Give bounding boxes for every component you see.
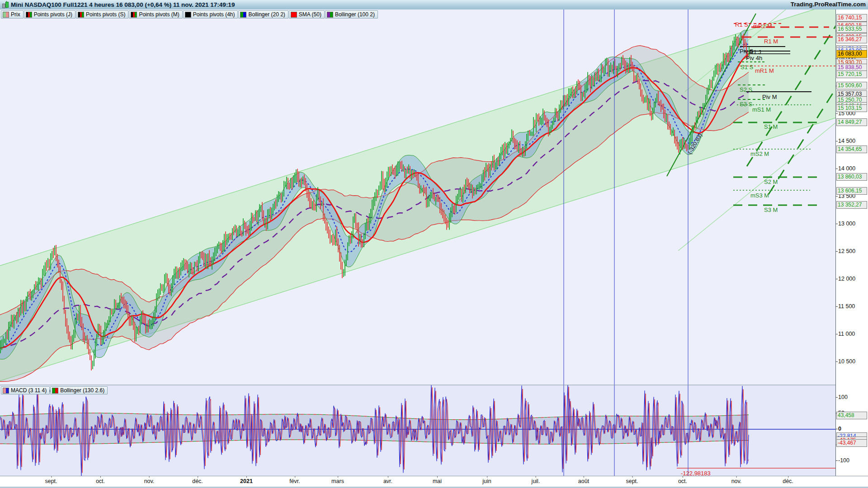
macd-label-chip: 43,458	[836, 412, 867, 419]
pivot-label-s1-m: S1 M	[764, 123, 778, 130]
price-label-chip: 16 740,15	[836, 14, 867, 22]
series-color-icon	[185, 12, 191, 18]
pivot-label-r1-m: R1 M	[764, 38, 778, 45]
month-label-oct: oct.	[96, 478, 105, 484]
pivot-label-s1-s: S1 S	[741, 64, 753, 70]
chart-area[interactable]: PrixPoints pivots (J)Points pivots (S)Po…	[0, 9, 835, 476]
pivot-label-s2-m: S2 M	[764, 178, 778, 185]
month-label-dc: déc.	[192, 478, 203, 484]
month-label-avr: avr.	[383, 478, 392, 484]
price-tick: 11 500	[838, 303, 855, 310]
legend-bollinger-20-2-[interactable]: Bollinger (20 2)	[238, 10, 288, 19]
legend-prix[interactable]: Prix	[1, 10, 24, 19]
legend-label: Points pivots (S)	[86, 11, 125, 18]
price-label-chip: 16 533,55	[836, 25, 867, 33]
legend-label: Prix	[11, 11, 20, 18]
price-tick: 10 500	[838, 358, 855, 365]
legend-points-pivots-s-[interactable]: Points pivots (S)	[76, 10, 128, 19]
price-label-chip: 16 083,00	[836, 50, 867, 58]
month-label-mars: mars	[331, 478, 344, 484]
price-label-chip: 15 720,15	[836, 70, 867, 78]
series-color-icon	[78, 12, 84, 18]
price-label-chip: 13 860,03	[836, 173, 867, 181]
pivot-label-s2-s: S2 S	[740, 86, 752, 93]
price-tick: 11 000	[838, 331, 855, 337]
series-color-icon	[240, 12, 246, 18]
price-label-chip: 13 352,27	[836, 201, 867, 209]
title-bar: Mini NASDAQ100 Full1221 4 heures 16 083,…	[0, 0, 868, 10]
legend-label: Bollinger (100 2)	[335, 11, 375, 18]
macd-tick: 100	[838, 394, 848, 400]
legend-label: SMA (50)	[299, 11, 321, 18]
price-label-chip: 15 103,15	[836, 104, 867, 112]
series-color-icon	[52, 388, 58, 394]
legend-sma-50-[interactable]: SMA (50)	[289, 10, 325, 19]
month-label-2021: 2021	[240, 478, 253, 484]
legend-label: Points pivots (M)	[139, 11, 179, 18]
candlestick-chart-icon	[2, 1, 9, 8]
month-label-sept: sept.	[45, 478, 57, 484]
series-color-icon	[291, 12, 297, 18]
series-color-icon	[26, 12, 32, 18]
trading-platform-window: Mini NASDAQ100 Full1221 4 heures 16 083,…	[0, 0, 868, 488]
price-tick: 12 000	[838, 276, 855, 282]
legend-label: Bollinger (20 2)	[248, 11, 285, 18]
price-label-chip: 16 346,27	[836, 36, 867, 43]
price-axis[interactable]: 16 50016 00015 50015 00014 50014 00013 5…	[835, 9, 868, 476]
price-label-chip: 15 509,60	[836, 82, 867, 89]
macd-tick: -100	[838, 457, 849, 464]
pivot-label-s3-s: S3 S	[740, 101, 752, 108]
price-label-chip: 13 606,15	[836, 187, 867, 195]
legend-label: Bollinger (130 2.6)	[60, 387, 104, 394]
macd-legend-macd-3-11-4-[interactable]: MACD (3 11 4)	[1, 386, 50, 394]
macd-pane-legend: MACD (3 11 4)Bollinger (130 2.6)	[1, 386, 108, 394]
month-label-juin: juin	[482, 478, 491, 484]
month-label-dc: déc.	[783, 478, 793, 484]
pivot-label-piv-m: Piv M	[762, 94, 777, 100]
macd-label-chip: -43,467	[836, 439, 867, 447]
pivot-label-mr1-m: mR1 M	[755, 67, 774, 74]
legend-points-pivots-4h-[interactable]: Points pivots (4h)	[183, 10, 238, 19]
month-label-nov: nov.	[144, 478, 155, 484]
price-and-macd-plot[interactable]	[0, 9, 835, 476]
platform-brand: Trading.ProRealTime.com	[791, 1, 866, 8]
macd-legend-bollinger-130-2-6-[interactable]: Bollinger (130 2.6)	[50, 386, 108, 394]
time-axis[interactable]: sept.oct.nov.déc.2021févr.marsavr.maijui…	[0, 476, 868, 487]
pivot-label-ms2-m: mS2 M	[750, 150, 769, 157]
price-label-chip: 14 354,65	[836, 145, 867, 153]
pivot-label-ms1-m: mS1 M	[752, 106, 771, 113]
month-label-oct: oct.	[678, 478, 687, 484]
legend-points-pivots-m-[interactable]: Points pivots (M)	[129, 10, 182, 19]
month-label-nov: nov.	[731, 478, 742, 484]
price-label-chip: 14 849,27	[836, 118, 867, 126]
series-color-icon	[3, 12, 9, 18]
series-color-icon	[131, 12, 137, 18]
series-color-icon	[3, 388, 9, 394]
legend-label: Points pivots (J)	[34, 11, 72, 18]
pivot-label-s3-m: S3 M	[764, 206, 778, 213]
month-label-aot: août	[578, 478, 589, 484]
legend-points-pivots-j-[interactable]: Points pivots (J)	[24, 10, 75, 19]
pivot-label-r1-s: R1 S	[735, 21, 748, 28]
pivot-label-mr2-m: mR2 M	[753, 23, 772, 29]
month-label-juil: juil.	[532, 478, 540, 484]
instrument-title: Mini NASDAQ100 Full1221 4 heures 16 083,…	[11, 1, 235, 8]
price-pane-legend: PrixPoints pivots (J)Points pivots (S)Po…	[1, 10, 378, 19]
legend-bollinger-100-2-[interactable]: Bollinger (100 2)	[325, 10, 378, 19]
price-tick: 13 000	[838, 221, 855, 227]
pivot-label-piv-4h: Piv 4h	[746, 55, 762, 61]
legend-label: Points pivots (4h)	[193, 11, 235, 18]
price-tick: 14 000	[838, 165, 855, 172]
price-tick: 14 500	[838, 138, 855, 144]
legend-label: MACD (3 11 4)	[11, 387, 47, 394]
month-label-fvr: févr.	[289, 478, 300, 484]
price-tick: 12 500	[838, 248, 855, 254]
month-label-sept: sept.	[626, 478, 638, 484]
series-color-icon	[327, 12, 333, 18]
month-label-mai: mai	[433, 478, 442, 484]
macd-tick: 0	[838, 426, 841, 432]
pivot-label-ms3-m: mS3 M	[750, 192, 769, 199]
